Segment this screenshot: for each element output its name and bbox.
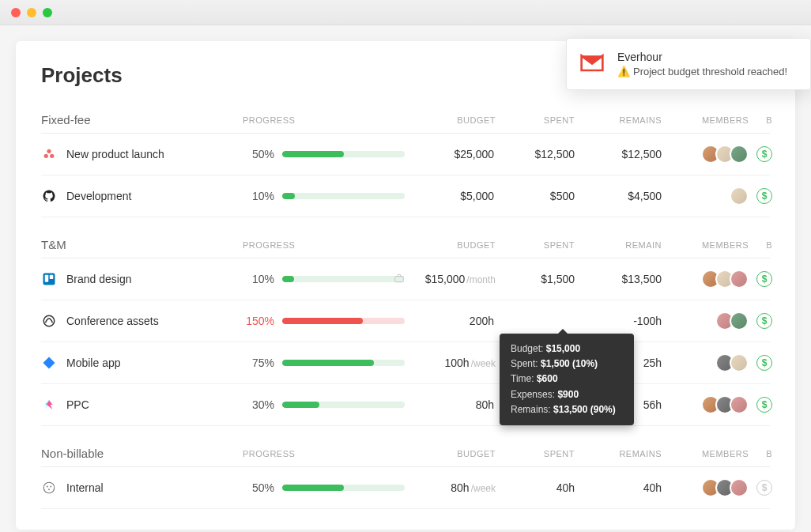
project-row[interactable]: Mobile app 75% 100h/week 25h $ [41, 342, 770, 384]
members [662, 395, 749, 414]
section-header: Fixed-fee PROGRESS BUDGET SPENT REMAINS … [41, 92, 770, 134]
col-b-header: B [749, 240, 772, 250]
progress-percent: 75% [243, 357, 274, 369]
notification-text: Everhour ⚠️Project budget threshold reac… [617, 51, 787, 77]
notification-message: ⚠️Project budget threshold reached! [617, 66, 787, 77]
section-header: T&M PROGRESS BUDGET SPENT REMAIN MEMBERS… [41, 217, 770, 258]
warning-icon: ⚠️ [617, 66, 630, 77]
minimize-window-button[interactable] [27, 8, 36, 17]
billable-icon[interactable]: $ [756, 397, 772, 413]
progress-bar [282, 193, 405, 199]
billable-icon[interactable]: $ [756, 146, 772, 162]
remains-value: $4,500 [575, 190, 662, 202]
svg-rect-4 [45, 275, 49, 282]
email-notification[interactable]: Everhour ⚠️Project budget threshold reac… [566, 38, 811, 90]
progress-percent: 10% [243, 190, 274, 202]
progress-percent: 50% [243, 481, 274, 494]
col-spent-header: SPENT [496, 115, 575, 125]
col-budget-header: BUDGET [405, 115, 496, 125]
spent-value: $12,500 [496, 148, 575, 160]
jira-icon [41, 355, 57, 371]
progress-bar [282, 318, 405, 324]
progress-percent: 150% [243, 315, 274, 327]
avatar[interactable] [730, 395, 749, 414]
section-title: Fixed-fee [41, 113, 243, 126]
avatar[interactable] [730, 478, 749, 497]
col-budget-header: BUDGET [405, 240, 496, 250]
members [662, 478, 749, 497]
svg-point-11 [48, 489, 50, 490]
avatar[interactable] [730, 311, 749, 330]
internal-icon [41, 480, 57, 496]
trello-icon [41, 271, 57, 287]
project-name: Mobile app [66, 357, 121, 369]
project-row[interactable]: Brand design 10% $15,000/month $1,500 $1… [41, 258, 770, 300]
svg-point-10 [50, 486, 51, 488]
project-row[interactable]: Internal 50% 80h/week 40h 40h $ [41, 467, 770, 509]
progress-bar [282, 151, 405, 157]
svg-point-0 [47, 149, 51, 153]
budget-value: 80h [405, 398, 496, 411]
svg-point-7 [43, 315, 55, 326]
svg-point-1 [44, 154, 48, 158]
basecamp-icon [41, 313, 57, 329]
avatar[interactable] [730, 145, 749, 164]
billable-icon[interactable]: $ [756, 313, 772, 329]
project-row[interactable]: PPC 30% 80h 24h 56h $ [41, 384, 770, 426]
budget-value: 100h/week [405, 357, 496, 369]
col-budget-header: BUDGET [405, 449, 496, 458]
briefcase-icon [394, 273, 405, 286]
avatar[interactable] [730, 353, 749, 372]
github-icon [41, 188, 57, 204]
billable-icon[interactable]: $ [756, 355, 772, 371]
progress-bar [282, 485, 405, 491]
col-members-header: MEMBERS [662, 449, 749, 458]
remains-value: -100h [575, 315, 662, 327]
billable-icon[interactable]: $ [756, 271, 772, 287]
avatar[interactable] [730, 270, 749, 289]
col-spent-header: SPENT [496, 449, 575, 458]
project-name: Development [66, 190, 132, 202]
project-row[interactable]: Conference assets 150% 200h -100h $ [41, 300, 770, 342]
maximize-window-button[interactable] [43, 8, 52, 17]
notification-sender: Everhour [617, 51, 787, 63]
budget-value: $25,000 [405, 148, 496, 160]
budget-value: 200h [405, 315, 496, 327]
members [662, 353, 749, 372]
close-window-button[interactable] [11, 8, 21, 17]
project-name: Internal [66, 481, 104, 494]
window-titlebar [0, 0, 811, 25]
col-members-header: MEMBERS [662, 115, 749, 125]
col-remains-header: REMAINS [575, 449, 662, 458]
spent-tooltip: Budget: $15,000Spent: $1,500 (10%)Time: … [500, 334, 634, 425]
svg-rect-5 [50, 275, 54, 279]
budget-value: $5,000 [405, 190, 496, 202]
progress-percent: 30% [243, 398, 274, 411]
remains-value: $12,500 [575, 148, 662, 160]
project-name: Brand design [66, 273, 132, 285]
asana-icon [41, 146, 57, 162]
progress-percent: 50% [243, 148, 274, 160]
spent-value: 40h [496, 481, 575, 494]
billable-icon[interactable]: $ [756, 480, 772, 496]
project-row[interactable]: Development 10% $5,000 $500 $4,500 $ [41, 175, 770, 217]
billable-icon[interactable]: $ [756, 188, 772, 204]
budget-value: 80h/week [405, 481, 496, 494]
project-name: New product launch [66, 148, 164, 160]
section-header: Non-billable PROGRESS BUDGET SPENT REMAI… [41, 426, 770, 467]
avatar[interactable] [730, 187, 749, 206]
project-row[interactable]: New product launch 50% $25,000 $12,500 $… [41, 134, 770, 175]
clickup-icon [41, 397, 57, 413]
members [662, 187, 749, 206]
project-name: Conference assets [66, 315, 159, 327]
col-members-header: MEMBERS [662, 240, 749, 250]
remains-value: 40h [575, 481, 662, 494]
projects-panel: Projects Fixed-fee PROGRESS BUDGET SPENT… [16, 41, 795, 530]
members [662, 311, 749, 330]
progress-bar [282, 276, 403, 282]
col-progress-header: PROGRESS [243, 449, 405, 458]
svg-point-9 [47, 486, 48, 488]
col-progress-header: PROGRESS [243, 240, 405, 250]
col-spent-header: SPENT [496, 240, 575, 250]
col-remains-header: REMAINS [575, 115, 662, 125]
